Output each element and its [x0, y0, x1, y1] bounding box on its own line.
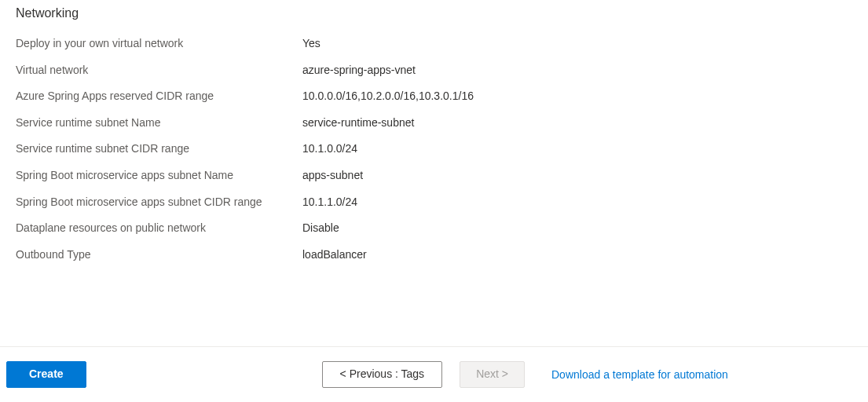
row-apps-subnet-cidr: Spring Boot microservice apps subnet CID…	[16, 195, 852, 210]
label-deploy-own-vnet: Deploy in your own virtual network	[16, 36, 302, 52]
create-button[interactable]: Create	[6, 361, 86, 388]
row-outbound-type: Outbound Type loadBalancer	[16, 247, 852, 263]
row-cidr-range: Azure Spring Apps reserved CIDR range 10…	[16, 89, 852, 104]
label-cidr-range: Azure Spring Apps reserved CIDR range	[16, 89, 302, 104]
row-apps-subnet-name: Spring Boot microservice apps subnet Nam…	[16, 168, 852, 184]
value-outbound-type: loadBalancer	[302, 247, 367, 263]
row-runtime-subnet-cidr: Service runtime subnet CIDR range 10.1.0…	[16, 141, 852, 157]
row-dataplane-public: Dataplane resources on public network Di…	[16, 221, 852, 236]
value-apps-subnet-cidr: 10.1.1.0/24	[302, 195, 357, 210]
section-heading-networking: Networking	[16, 6, 852, 20]
label-virtual-network: Virtual network	[16, 63, 302, 79]
value-apps-subnet-name: apps-subnet	[302, 168, 363, 184]
label-apps-subnet-cidr: Spring Boot microservice apps subnet CID…	[16, 195, 302, 210]
row-deploy-own-vnet: Deploy in your own virtual network Yes	[16, 36, 852, 52]
value-runtime-subnet-cidr: 10.1.0.0/24	[302, 141, 357, 157]
value-dataplane-public: Disable	[302, 221, 339, 236]
next-button: Next >	[460, 361, 525, 388]
label-dataplane-public: Dataplane resources on public network	[16, 221, 302, 236]
label-outbound-type: Outbound Type	[16, 247, 302, 263]
row-virtual-network: Virtual network azure-spring-apps-vnet	[16, 63, 852, 79]
wizard-footer: Create < Previous : Tags Next > Download…	[0, 346, 868, 402]
value-cidr-range: 10.0.0.0/16,10.2.0.0/16,10.3.0.1/16	[302, 89, 474, 104]
download-template-link[interactable]: Download a template for automation	[551, 368, 728, 381]
label-runtime-subnet-name: Service runtime subnet Name	[16, 115, 302, 131]
row-runtime-subnet-name: Service runtime subnet Name service-runt…	[16, 115, 852, 131]
value-deploy-own-vnet: Yes	[302, 36, 320, 52]
label-apps-subnet-name: Spring Boot microservice apps subnet Nam…	[16, 168, 302, 184]
value-virtual-network: azure-spring-apps-vnet	[302, 63, 416, 79]
label-runtime-subnet-cidr: Service runtime subnet CIDR range	[16, 141, 302, 157]
value-runtime-subnet-name: service-runtime-subnet	[302, 115, 414, 131]
previous-button[interactable]: < Previous : Tags	[322, 361, 443, 388]
